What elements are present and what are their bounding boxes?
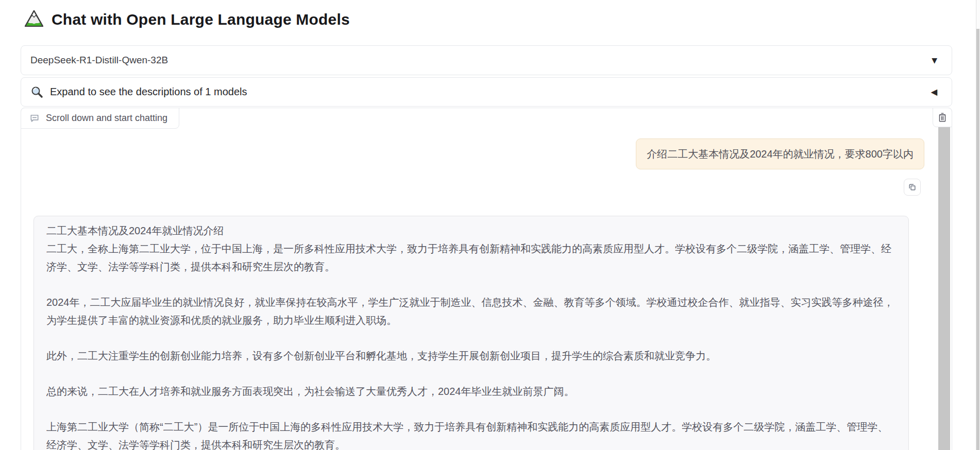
mountain-icon (24, 9, 44, 30)
magnifier-icon (30, 85, 44, 99)
bot-paragraph: 上海第二工业大学（简称“二工大”）是一所位于中国上海的多科性应用技术大学，致力于… (46, 418, 895, 450)
bot-paragraph: 总的来说，二工大在人才培养和就业服务方面表现突出，为社会输送了大量优秀人才，20… (46, 383, 895, 401)
user-message-actions (33, 179, 924, 196)
trash-icon (937, 112, 948, 123)
chatbot-panel: Scroll down and start chatting 介绍二工大基本情况… (21, 108, 952, 450)
bot-message-row: 二工大基本情况及2024年就业情况介绍 二工大，全称上海第二工业大学，位于中国上… (33, 216, 924, 450)
chat-scrollbar[interactable] (938, 127, 950, 450)
chevron-left-icon: ◀ (931, 87, 937, 97)
speech-bubble-icon (29, 113, 40, 124)
bot-message-bubble: 二工大基本情况及2024年就业情况介绍 二工大，全称上海第二工业大学，位于中国上… (33, 216, 909, 450)
page-scrollbar[interactable] (976, 0, 980, 450)
app-header: Chat with Open Large Language Models (21, 7, 952, 32)
message-list: 介绍二工大基本情况及2024年的就业情况，要求800字以内 二工大基本情况及20… (21, 108, 952, 450)
bot-paragraph: 2024年，二工大应届毕业生的就业情况良好，就业率保持在较高水平，学生广泛就业于… (46, 293, 895, 330)
user-message-row: 介绍二工大基本情况及2024年的就业情况，要求800字以内 (33, 139, 924, 169)
chat-scrollbar-thumb[interactable] (938, 127, 950, 450)
copy-message-button[interactable] (904, 179, 921, 196)
clear-chat-button[interactable] (933, 108, 952, 127)
model-dropdown-value: DeepSeek-R1-Distill-Qwen-32B (30, 55, 168, 66)
page-title: Chat with Open Large Language Models (52, 11, 350, 28)
chevron-down-icon: ▼ (932, 56, 937, 64)
app-page: Chat with Open Large Language Models Dee… (0, 0, 980, 450)
copy-icon (908, 183, 917, 192)
chatbot-label: Scroll down and start chatting (21, 108, 179, 129)
user-message-bubble: 介绍二工大基本情况及2024年的就业情况，要求800字以内 (636, 139, 924, 169)
model-dropdown[interactable]: DeepSeek-R1-Distill-Qwen-32B ▼ (21, 45, 952, 75)
page-scrollbar-thumb[interactable] (976, 29, 979, 450)
bot-paragraph: 此外，二工大注重学生的创新创业能力培养，设有多个创新创业平台和孵化基地，支持学生… (46, 347, 895, 365)
chatbot-label-text: Scroll down and start chatting (46, 113, 167, 124)
model-descriptions-accordion[interactable]: Expand to see the descriptions of 1 mode… (21, 77, 952, 107)
accordion-label: Expand to see the descriptions of 1 mode… (50, 86, 247, 98)
bot-paragraph: 二工大基本情况及2024年就业情况介绍 二工大，全称上海第二工业大学，位于中国上… (46, 222, 895, 276)
accordion-header: Expand to see the descriptions of 1 mode… (30, 85, 247, 99)
